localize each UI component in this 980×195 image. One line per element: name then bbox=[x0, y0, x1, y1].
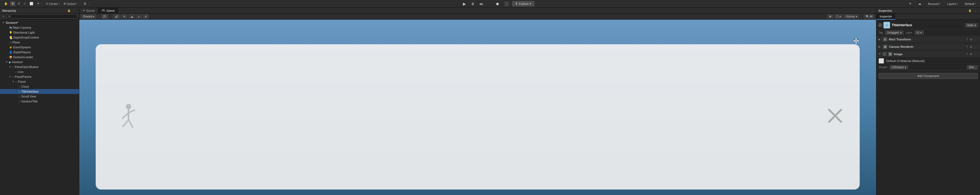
grid-btn[interactable]: ⊞ bbox=[82, 2, 88, 6]
hidden-icon: ⊘ bbox=[145, 15, 147, 18]
hierarchy-item-gesture[interactable]: ▼ ▶ Gesture bbox=[0, 60, 79, 65]
static-btn[interactable]: Static ▾ bbox=[965, 23, 978, 27]
pivot-center-btn[interactable]: ⊙ Center ▾ bbox=[44, 2, 61, 6]
step-btn[interactable]: ⏭ bbox=[478, 1, 485, 6]
inspector-lock-btn[interactable]: 🔒 bbox=[967, 9, 972, 12]
image-header[interactable]: ▼ ✓ 🖼 Image ? ⚙ ⋮ bbox=[877, 51, 980, 57]
hierarchy-item-event-system[interactable]: ⚡ EventSystem bbox=[0, 45, 79, 50]
scale-tool-btn[interactable]: ⤢ bbox=[22, 2, 27, 6]
hierarchy-item-panel[interactable]: ▼ □ Panel bbox=[0, 79, 79, 84]
toolbar-sep-3 bbox=[861, 15, 862, 19]
pp-label: PanelParent bbox=[15, 75, 32, 78]
panel-icon: □ bbox=[16, 80, 17, 83]
scene-search-icon: 🔍 bbox=[866, 15, 869, 18]
hierarchy-item-plane[interactable]: ▭ Plane bbox=[0, 40, 79, 45]
play-btn[interactable]: ▶ bbox=[461, 1, 468, 6]
canvas-renderer-name: Canvas Renderer bbox=[889, 45, 964, 48]
hierarchy-item-icon[interactable]: □ icon bbox=[0, 69, 79, 74]
scene-search-btn[interactable]: 🔍 All bbox=[864, 14, 875, 19]
pause-btn[interactable]: ⏸ bbox=[469, 1, 476, 6]
image-help-btn[interactable]: ? bbox=[966, 52, 968, 56]
insp-enable-checkbox[interactable]: ✓ bbox=[878, 24, 882, 27]
rotate-tool-btn[interactable]: ↺ bbox=[16, 2, 21, 6]
transform-tool-btn[interactable]: ✦ bbox=[35, 2, 41, 6]
plane-label: Plane bbox=[12, 41, 20, 44]
scene-toolbar: Shaded ▾ 2D 🔊 ☀ ☁ ⬥ ⊘ ✥ ☐ ▾ bbox=[79, 14, 876, 20]
image-menu-btn[interactable]: ⋮ bbox=[974, 52, 978, 56]
pivot-global-btn[interactable]: ⊕ Global ▾ bbox=[62, 2, 79, 6]
default-layout-btn[interactable]: Default ▾ bbox=[963, 2, 978, 6]
account-btn[interactable]: Account ▾ bbox=[926, 2, 943, 6]
record-btn[interactable]: ⏺ bbox=[494, 1, 501, 6]
hierarchy-menu-btn[interactable]: ⋮ bbox=[72, 9, 77, 12]
publish-btn[interactable]: ⬆ Publish ▾ bbox=[512, 1, 534, 6]
canvas-help-btn[interactable]: ? bbox=[966, 45, 968, 49]
hidden-toggle-btn[interactable]: ⊘ bbox=[143, 14, 149, 19]
hierarchy-item-panel-parent[interactable]: ▼ □ PanelParent bbox=[0, 74, 79, 79]
canvas-menu-btn[interactable]: ⋮ bbox=[974, 45, 978, 49]
insp-tag-layer-row: Tag Untagged ▾ Layer UI ▾ bbox=[877, 30, 980, 36]
2d-toggle-btn[interactable]: 2D bbox=[101, 14, 108, 19]
rect-help-btn[interactable]: ? bbox=[966, 38, 968, 41]
hierarchy-item-scroll-view[interactable]: □ Scroll View bbox=[0, 94, 79, 99]
insp-obj-name[interactable]: TitleInterface bbox=[892, 23, 963, 27]
insp-object-header: ✓ □ TitleInterface Static ▾ bbox=[877, 21, 980, 30]
layer-dropdown-btn[interactable]: UI ▾ bbox=[915, 30, 924, 35]
hand-tool-btn[interactable]: ✋ bbox=[3, 2, 9, 6]
canvas-settings-btn[interactable]: ⚙ bbox=[969, 45, 973, 49]
inspector-menu-btn[interactable]: ⋮ bbox=[974, 9, 978, 12]
rect-menu-btn[interactable]: ⋮ bbox=[974, 38, 978, 41]
hierarchy-item-title-interface[interactable]: □ TitleInterface bbox=[0, 89, 79, 94]
gizmos-label: Gizmos bbox=[846, 15, 855, 18]
hierarchy-scene-root[interactable]: ▼ Gesture* bbox=[0, 20, 79, 25]
hierarchy-header: Hierarchy 🔒 ⋮ bbox=[0, 8, 79, 14]
lights-toggle-btn[interactable]: ☀ bbox=[121, 14, 127, 19]
rect-tool-btn[interactable]: ⬜ bbox=[28, 2, 35, 6]
scene-menu-btn[interactable]: ⋮ bbox=[869, 9, 876, 12]
gizmos-btn[interactable]: Gizmos ▾ bbox=[844, 14, 859, 19]
rect-settings-btn[interactable]: ⚙ bbox=[969, 38, 973, 41]
skybox-toggle-btn[interactable]: ☁ bbox=[129, 14, 135, 19]
hierarchy-item-gesture-loader[interactable]: 📦 GestureLoader bbox=[0, 55, 79, 60]
aspect-ratio-btn[interactable]: ☐ ▾ bbox=[834, 14, 843, 19]
hierarchy-add-btn[interactable]: + bbox=[2, 15, 5, 18]
image-enable-checkbox[interactable]: ✓ bbox=[883, 52, 886, 56]
hierarchy-item-zepto-players[interactable]: 👤 ZeptoPlayers bbox=[0, 50, 79, 55]
pob-icon: □ bbox=[12, 65, 14, 68]
shading-dropdown-btn[interactable]: Shaded ▾ bbox=[81, 14, 96, 19]
sun-collab-btn[interactable]: ☀ bbox=[907, 2, 914, 6]
gizmos-arrow-icon: ▾ bbox=[856, 15, 857, 18]
hierarchy-item-panel-open-btn[interactable]: ▼ □ PanelOpenButton bbox=[0, 65, 79, 69]
move-tool-scene-btn[interactable]: ✥ bbox=[827, 14, 833, 19]
shader-dropdown-btn[interactable]: UI/Default ▾ bbox=[889, 65, 908, 69]
image-settings-btn[interactable]: ⚙ bbox=[969, 52, 973, 56]
scene-tab-icon: ✦ bbox=[83, 9, 85, 12]
hierarchy-item-main-camera[interactable]: 📷 Main Camera bbox=[0, 25, 79, 30]
hierarchy-item-zepto-script[interactable]: 📜 ZeptoScriptContext bbox=[0, 35, 79, 40]
cloud-btn[interactable]: ☁ bbox=[916, 2, 923, 6]
material-name: Default UI Material (Material) bbox=[886, 59, 978, 63]
image-name: Image bbox=[894, 52, 964, 56]
fx-toggle-btn[interactable]: ⬥ bbox=[136, 14, 142, 19]
tab-inspector[interactable]: Inspector bbox=[877, 14, 895, 20]
canvas-renderer-header[interactable]: ▶ ▣ Canvas Renderer ? ⚙ ⋮ bbox=[877, 44, 980, 50]
add-component-btn[interactable]: Add Component bbox=[878, 73, 978, 79]
hierarchy-item-close[interactable]: □ Close bbox=[0, 84, 79, 89]
hierarchy-item-dir-light[interactable]: 💡 Directional Light bbox=[0, 30, 79, 35]
audio-toggle-btn[interactable]: 🔊 bbox=[113, 14, 120, 19]
hierarchy-search-input[interactable] bbox=[6, 14, 77, 19]
move-tool-btn[interactable]: ✥ bbox=[10, 2, 15, 6]
pob-expand-icon: ▼ bbox=[9, 65, 11, 68]
tab-game[interactable]: 🎮 Game bbox=[98, 8, 118, 14]
close-x-btn[interactable] bbox=[827, 108, 843, 126]
tab-scene[interactable]: ✦ Scene bbox=[79, 8, 98, 14]
layers-btn[interactable]: Layers ▾ bbox=[945, 2, 960, 6]
shader-edit-btn[interactable]: Edit... bbox=[967, 65, 978, 69]
hierarchy-item-gesture-title[interactable]: □ GestureTitle bbox=[0, 99, 79, 104]
tag-dropdown-btn[interactable]: Untagged ▾ bbox=[885, 30, 903, 35]
build-btn[interactable]: ⬛ bbox=[503, 1, 511, 6]
static-arrow-icon: ▾ bbox=[975, 24, 976, 27]
image-expand-icon: ▼ bbox=[878, 53, 881, 55]
rect-transform-header[interactable]: ▶ ⊞ Rect Transform ? ⚙ ⋮ bbox=[877, 36, 980, 42]
hierarchy-lock-btn[interactable]: 🔒 bbox=[67, 9, 72, 12]
